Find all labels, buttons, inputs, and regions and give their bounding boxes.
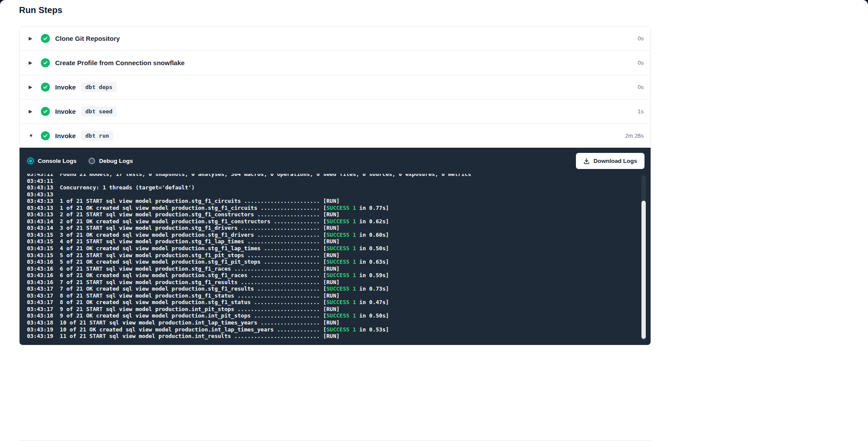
log-line: 03:43:16 5 of 21 OK created sql view mod… [27, 258, 630, 265]
debug-logs-radio[interactable]: Debug Logs [89, 158, 133, 164]
log-lines: 03:43:11 Found 21 models, 17 tests, 0 sn… [27, 174, 630, 340]
page: Run Steps Clone Git Repository 0s Create… [0, 0, 868, 447]
step-title: Invoke [55, 132, 76, 139]
log-line: 03:43:17 9 of 21 START sql view model pr… [27, 306, 630, 313]
log-output[interactable]: 03:43:11 Found 21 models, 17 tests, 0 sn… [20, 174, 651, 345]
log-line: 03:43:15 4 of 21 OK created sql view mod… [27, 245, 630, 252]
success-status: SUCCESS 1 [326, 232, 356, 238]
step-command-chip: dbt seed [81, 106, 117, 116]
step-header[interactable]: Create Profile from Connection snowflake… [20, 51, 651, 75]
console-header: Console Logs Debug Logs Download Logs [20, 148, 651, 174]
scrollbar-thumb[interactable] [641, 201, 646, 339]
log-line: 03:43:19 11 of 21 START sql view model p… [27, 333, 630, 340]
console-logs-label: Console Logs [38, 158, 76, 164]
success-check-icon [41, 131, 50, 140]
success-status: SUCCESS 1 [326, 218, 356, 225]
success-check-icon [41, 34, 50, 43]
log-line: 03:43:19 10 of 21 OK created sql view mo… [27, 326, 630, 333]
step-header[interactable]: Invoke dbt deps 0s [20, 75, 651, 99]
success-status: SUCCESS 1 [326, 312, 356, 319]
log-line: 03:43:18 10 of 21 START sql view model p… [27, 319, 630, 326]
radio-unselected-icon [89, 158, 95, 164]
download-icon [583, 158, 590, 164]
log-line: 03:43:13 [27, 191, 630, 198]
step-create-profile: Create Profile from Connection snowflake… [20, 50, 651, 75]
log-line: 03:43:18 9 of 21 OK created sql view mod… [27, 312, 630, 319]
log-line: 03:43:15 3 of 21 OK created sql view mod… [27, 232, 630, 238]
log-line: 03:43:14 2 of 21 OK created sql view mod… [27, 218, 630, 225]
log-line: 03:43:16 7 of 21 START sql view model pr… [27, 279, 630, 286]
caret-down-icon[interactable] [29, 133, 35, 138]
log-line: 03:43:11 [27, 178, 630, 185]
debug-logs-label: Debug Logs [99, 158, 133, 164]
step-duration: 0s [638, 60, 644, 66]
step-dbt-deps: Invoke dbt deps 0s [20, 75, 651, 99]
step-title: Invoke [55, 83, 76, 91]
step-header[interactable]: Invoke dbt seed 1s [20, 99, 651, 123]
step-title: Create Profile from Connection snowflake [55, 59, 184, 66]
console-panel: Console Logs Debug Logs Download Logs 0 [20, 148, 651, 345]
log-line: 03:43:13 2 of 21 START sql view model pr… [27, 211, 630, 218]
success-status: SUCCESS 1 [326, 205, 356, 211]
log-line: 03:43:15 5 of 21 START sql view model pr… [27, 252, 630, 259]
step-clone-git-repository: Clone Git Repository 0s [20, 26, 651, 50]
radio-selected-icon [27, 158, 34, 164]
step-header[interactable]: Invoke dbt run 2m 26s [20, 124, 651, 148]
caret-right-icon[interactable] [29, 36, 35, 41]
success-status: SUCCESS 1 [326, 299, 356, 305]
log-line: 03:43:13 Concurrency: 1 threads (target=… [27, 184, 630, 191]
success-check-icon [41, 83, 50, 92]
console-logs-radio[interactable]: Console Logs [27, 158, 76, 164]
log-line: 03:43:13 1 of 21 OK created sql view mod… [27, 205, 630, 212]
step-header[interactable]: Clone Git Repository 0s [20, 26, 651, 50]
success-status: SUCCESS 1 [326, 245, 356, 252]
log-line: 03:43:11 Found 21 models, 17 tests, 0 sn… [27, 174, 630, 178]
log-line: 03:43:17 8 of 21 START sql view model pr… [27, 292, 630, 299]
log-line: 03:43:16 6 of 21 OK created sql view mod… [27, 272, 630, 279]
log-line: 03:43:14 3 of 21 START sql view model pr… [27, 225, 630, 232]
step-title: Clone Git Repository [55, 35, 120, 42]
run-steps-list: Clone Git Repository 0s Create Profile f… [19, 26, 651, 345]
log-line: 03:43:15 4 of 21 START sql view model pr… [27, 238, 630, 245]
step-command-chip: dbt deps [81, 82, 117, 92]
step-duration: 2m 26s [625, 132, 644, 139]
step-title: Invoke [55, 108, 76, 115]
step-duration: 1s [638, 108, 644, 115]
download-logs-button[interactable]: Download Logs [576, 153, 645, 169]
log-line: 03:43:17 8 of 21 OK created sql view mod… [27, 299, 630, 306]
success-status: SUCCESS 1 [326, 272, 356, 278]
scrollbar-track[interactable] [641, 175, 646, 341]
caret-right-icon[interactable] [29, 85, 35, 89]
step-duration: 0s [638, 84, 644, 90]
success-check-icon [41, 58, 50, 67]
caret-right-icon[interactable] [29, 109, 35, 114]
success-status: SUCCESS 1 [326, 326, 356, 333]
step-duration: 0s [638, 35, 644, 42]
step-dbt-run: Invoke dbt run 2m 26s Console Logs Debug… [20, 123, 651, 345]
log-line: 03:43:17 7 of 21 OK created sql view mod… [27, 285, 630, 292]
step-dbt-seed: Invoke dbt seed 1s [20, 99, 651, 123]
success-check-icon [41, 107, 50, 116]
next-step-divider [19, 440, 651, 440]
caret-right-icon[interactable] [29, 60, 35, 65]
step-command-chip: dbt run [81, 131, 114, 141]
success-status: SUCCESS 1 [326, 258, 356, 265]
log-line: 03:43:13 1 of 21 START sql view model pr… [27, 198, 630, 205]
log-line: 03:43:16 6 of 21 START sql view model pr… [27, 265, 630, 272]
download-logs-label: Download Logs [594, 158, 638, 164]
page-title: Run Steps [19, 5, 62, 15]
success-status: SUCCESS 1 [326, 285, 356, 292]
